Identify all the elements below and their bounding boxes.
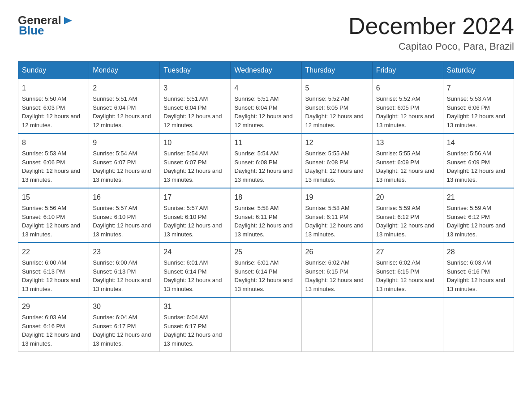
table-row: 22Sunrise: 6:00 AMSunset: 6:13 PMDayligh… — [18, 243, 89, 297]
table-row: 23Sunrise: 6:00 AMSunset: 6:13 PMDayligh… — [89, 243, 160, 297]
table-row: 21Sunrise: 5:59 AMSunset: 6:12 PMDayligh… — [443, 188, 514, 243]
table-row: 17Sunrise: 5:57 AMSunset: 6:10 PMDayligh… — [160, 188, 231, 243]
day-number: 6 — [376, 83, 439, 94]
header-friday: Friday — [372, 62, 443, 79]
day-info: Sunrise: 5:56 AMSunset: 6:09 PMDaylight:… — [447, 149, 510, 184]
table-row — [372, 297, 443, 352]
day-info: Sunrise: 5:51 AMSunset: 6:04 PMDaylight:… — [163, 94, 227, 129]
table-row: 10Sunrise: 5:54 AMSunset: 6:07 PMDayligh… — [160, 133, 231, 188]
day-number: 26 — [305, 247, 369, 257]
day-info: Sunrise: 5:57 AMSunset: 6:10 PMDaylight:… — [93, 204, 156, 239]
header-thursday: Thursday — [301, 62, 372, 79]
calendar-header-row: Sunday Monday Tuesday Wednesday Thursday… — [18, 62, 514, 79]
day-number: 1 — [22, 83, 85, 94]
day-number: 10 — [163, 137, 227, 148]
day-info: Sunrise: 5:51 AMSunset: 6:04 PMDaylight:… — [234, 94, 297, 129]
day-info: Sunrise: 6:00 AMSunset: 6:13 PMDaylight:… — [22, 258, 85, 293]
table-row: 3Sunrise: 5:51 AMSunset: 6:04 PMDaylight… — [160, 79, 231, 134]
day-number: 21 — [447, 192, 510, 203]
table-row: 11Sunrise: 5:54 AMSunset: 6:08 PMDayligh… — [231, 133, 301, 188]
table-row — [301, 297, 372, 352]
day-number: 15 — [22, 192, 85, 203]
location-subtitle: Capitao Poco, Para, Brazil — [348, 41, 514, 52]
day-info: Sunrise: 6:00 AMSunset: 6:13 PMDaylight:… — [93, 258, 156, 293]
day-number: 20 — [376, 192, 439, 203]
day-number: 31 — [163, 301, 227, 312]
day-info: Sunrise: 5:55 AMSunset: 6:09 PMDaylight:… — [376, 149, 439, 184]
table-row — [231, 297, 301, 352]
table-row: 6Sunrise: 5:52 AMSunset: 6:05 PMDaylight… — [372, 79, 443, 134]
day-number: 28 — [447, 247, 510, 257]
day-info: Sunrise: 5:54 AMSunset: 6:07 PMDaylight:… — [163, 149, 227, 184]
table-row: 18Sunrise: 5:58 AMSunset: 6:11 PMDayligh… — [231, 188, 301, 243]
table-row: 1Sunrise: 5:50 AMSunset: 6:03 PMDaylight… — [18, 79, 89, 134]
day-number: 7 — [447, 83, 510, 94]
table-row: 27Sunrise: 6:02 AMSunset: 6:15 PMDayligh… — [372, 243, 443, 297]
day-info: Sunrise: 5:55 AMSunset: 6:08 PMDaylight:… — [305, 149, 369, 184]
table-row: 7Sunrise: 5:53 AMSunset: 6:06 PMDaylight… — [443, 79, 514, 134]
day-info: Sunrise: 5:58 AMSunset: 6:11 PMDaylight:… — [234, 204, 297, 239]
calendar-week-row: 15Sunrise: 5:56 AMSunset: 6:10 PMDayligh… — [18, 188, 514, 243]
day-info: Sunrise: 6:04 AMSunset: 6:17 PMDaylight:… — [163, 313, 227, 348]
page-header: General Blue December 2024 Capitao Poco,… — [18, 13, 514, 52]
day-number: 22 — [22, 247, 85, 257]
table-row: 4Sunrise: 5:51 AMSunset: 6:04 PMDaylight… — [231, 79, 301, 134]
header-wednesday: Wednesday — [231, 62, 301, 79]
day-number: 3 — [163, 83, 227, 94]
day-number: 27 — [376, 247, 439, 257]
header-monday: Monday — [89, 62, 160, 79]
day-info: Sunrise: 6:02 AMSunset: 6:15 PMDaylight:… — [376, 258, 439, 293]
day-number: 18 — [234, 192, 297, 203]
table-row: 8Sunrise: 5:53 AMSunset: 6:06 PMDaylight… — [18, 133, 89, 188]
day-info: Sunrise: 5:58 AMSunset: 6:11 PMDaylight:… — [305, 204, 369, 239]
calendar-week-row: 29Sunrise: 6:03 AMSunset: 6:16 PMDayligh… — [18, 297, 514, 352]
day-info: Sunrise: 6:01 AMSunset: 6:14 PMDaylight:… — [234, 258, 297, 293]
table-row: 19Sunrise: 5:58 AMSunset: 6:11 PMDayligh… — [301, 188, 372, 243]
table-row: 25Sunrise: 6:01 AMSunset: 6:14 PMDayligh… — [231, 243, 301, 297]
table-row: 26Sunrise: 6:02 AMSunset: 6:15 PMDayligh… — [301, 243, 372, 297]
table-row: 9Sunrise: 5:54 AMSunset: 6:07 PMDaylight… — [89, 133, 160, 188]
table-row: 31Sunrise: 6:04 AMSunset: 6:17 PMDayligh… — [160, 297, 231, 352]
header-sunday: Sunday — [18, 62, 89, 79]
table-row: 28Sunrise: 6:03 AMSunset: 6:16 PMDayligh… — [443, 243, 514, 297]
day-info: Sunrise: 5:54 AMSunset: 6:08 PMDaylight:… — [234, 149, 297, 184]
day-info: Sunrise: 6:03 AMSunset: 6:16 PMDaylight:… — [22, 313, 85, 348]
day-number: 30 — [93, 301, 156, 312]
day-info: Sunrise: 5:51 AMSunset: 6:04 PMDaylight:… — [93, 94, 156, 129]
day-info: Sunrise: 5:59 AMSunset: 6:12 PMDaylight:… — [376, 204, 439, 239]
calendar-table: Sunday Monday Tuesday Wednesday Thursday… — [18, 61, 514, 352]
table-row: 2Sunrise: 5:51 AMSunset: 6:04 PMDaylight… — [89, 79, 160, 134]
day-number: 25 — [234, 247, 297, 257]
day-info: Sunrise: 6:01 AMSunset: 6:14 PMDaylight:… — [163, 258, 227, 293]
day-number: 5 — [305, 83, 369, 94]
day-info: Sunrise: 6:03 AMSunset: 6:16 PMDaylight:… — [447, 258, 510, 293]
day-number: 24 — [163, 247, 227, 257]
day-number: 13 — [376, 137, 439, 148]
day-number: 2 — [93, 83, 156, 94]
table-row: 29Sunrise: 6:03 AMSunset: 6:16 PMDayligh… — [18, 297, 89, 352]
day-info: Sunrise: 5:52 AMSunset: 6:05 PMDaylight:… — [305, 94, 369, 129]
table-row: 30Sunrise: 6:04 AMSunset: 6:17 PMDayligh… — [89, 297, 160, 352]
day-info: Sunrise: 5:53 AMSunset: 6:06 PMDaylight:… — [447, 94, 510, 129]
table-row: 15Sunrise: 5:56 AMSunset: 6:10 PMDayligh… — [18, 188, 89, 243]
day-number: 16 — [93, 192, 156, 203]
header-tuesday: Tuesday — [160, 62, 231, 79]
day-number: 4 — [234, 83, 297, 94]
calendar-week-row: 22Sunrise: 6:00 AMSunset: 6:13 PMDayligh… — [18, 243, 514, 297]
day-number: 23 — [93, 247, 156, 257]
day-number: 8 — [22, 137, 85, 148]
table-row: 12Sunrise: 5:55 AMSunset: 6:08 PMDayligh… — [301, 133, 372, 188]
day-info: Sunrise: 6:04 AMSunset: 6:17 PMDaylight:… — [93, 313, 156, 348]
logo-blue-text: Blue — [19, 24, 44, 38]
day-info: Sunrise: 5:59 AMSunset: 6:12 PMDaylight:… — [447, 204, 510, 239]
svg-marker-0 — [64, 17, 72, 24]
day-info: Sunrise: 5:53 AMSunset: 6:06 PMDaylight:… — [22, 149, 85, 184]
day-info: Sunrise: 5:50 AMSunset: 6:03 PMDaylight:… — [22, 94, 85, 129]
day-number: 9 — [93, 137, 156, 148]
day-info: Sunrise: 5:54 AMSunset: 6:07 PMDaylight:… — [93, 149, 156, 184]
day-number: 17 — [163, 192, 227, 203]
calendar-week-row: 1Sunrise: 5:50 AMSunset: 6:03 PMDaylight… — [18, 79, 514, 134]
calendar-week-row: 8Sunrise: 5:53 AMSunset: 6:06 PMDaylight… — [18, 133, 514, 188]
day-number: 11 — [234, 137, 297, 148]
header-saturday: Saturday — [443, 62, 514, 79]
